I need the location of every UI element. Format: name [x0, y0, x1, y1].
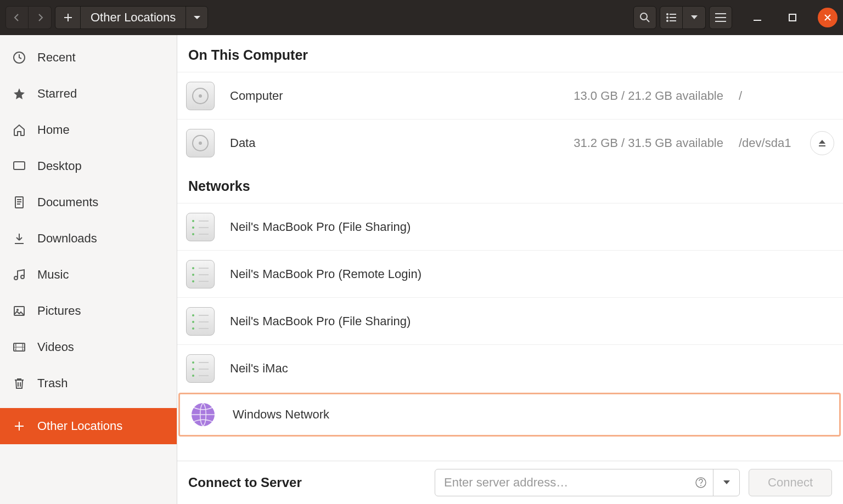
disk-row-data[interactable]: Data 31.2 GB / 31.5 GB available /dev/sd… [177, 119, 843, 166]
header-bar: Other Locations [0, 0, 843, 35]
disk-mount: /dev/sda1 [739, 136, 810, 150]
network-name: Windows Network [233, 407, 329, 422]
caret-down-icon [723, 480, 730, 485]
sidebar-item-videos[interactable]: Videos [0, 329, 177, 365]
server-icon [186, 213, 215, 241]
list-view-button[interactable] [660, 6, 683, 29]
svg-point-18 [16, 309, 19, 311]
server-icon [186, 260, 215, 288]
path-bar: Other Locations [55, 6, 208, 29]
sidebar-item-label: Trash [37, 376, 68, 390]
sidebar-item-label: Pictures [37, 304, 81, 318]
disk-name: Data [230, 136, 255, 150]
svg-rect-4 [670, 17, 676, 18]
network-row[interactable]: Neil's iMac [177, 344, 843, 392]
disk-mount: / [739, 89, 810, 103]
server-history-dropdown[interactable] [713, 469, 739, 496]
help-icon [695, 477, 707, 489]
connect-footer: Connect to Server Connect [177, 461, 843, 504]
sidebar-item-music[interactable]: Music [0, 257, 177, 293]
location-segment[interactable]: Other Locations [81, 7, 186, 29]
sidebar-item-label: Starred [37, 87, 77, 101]
eject-button[interactable] [810, 131, 834, 155]
sidebar-item-desktop[interactable]: Desktop [0, 148, 177, 184]
forward-button[interactable] [29, 6, 52, 29]
close-icon [824, 14, 831, 21]
sidebar-item-starred[interactable]: Starred [0, 76, 177, 112]
new-tab-button[interactable] [55, 7, 81, 29]
help-button[interactable] [689, 469, 713, 496]
minimize-button[interactable] [748, 8, 767, 27]
plus-icon [12, 421, 26, 432]
network-name: Neil's MacBook Pro (File Sharing) [230, 220, 411, 234]
pictures-icon [12, 304, 26, 318]
home-icon [12, 123, 26, 137]
disk-name: Computer [230, 89, 283, 103]
music-icon [12, 268, 26, 281]
svg-point-15 [14, 276, 18, 280]
sidebar-item-label: Videos [37, 340, 74, 354]
hamburger-icon [715, 13, 726, 22]
sidebar-item-label: Desktop [37, 159, 82, 173]
caret-down-icon [690, 15, 698, 20]
sidebar-item-documents[interactable]: Documents [0, 184, 177, 220]
svg-point-5 [666, 20, 668, 22]
network-row[interactable]: Neil's MacBook Pro (File Sharing) [177, 203, 843, 250]
server-address-input[interactable] [435, 475, 689, 490]
star-icon [12, 87, 26, 100]
disk-row-computer[interactable]: Computer 13.0 GB / 21.2 GB available / [177, 72, 843, 119]
location-dropdown[interactable] [186, 7, 207, 29]
svg-rect-11 [789, 14, 796, 21]
svg-rect-2 [670, 14, 676, 15]
disk-icon [186, 82, 215, 110]
location-label: Other Locations [91, 10, 176, 25]
svg-rect-7 [715, 13, 726, 14]
sidebar-item-label: Recent [37, 50, 76, 65]
sidebar: Recent Starred Home Desktop Documents Do… [0, 35, 177, 504]
maximize-button[interactable] [783, 8, 802, 27]
sidebar-item-downloads[interactable]: Downloads [0, 220, 177, 257]
section-networks: Networks [177, 166, 843, 203]
close-button[interactable] [818, 8, 838, 27]
sidebar-item-label: Music [37, 268, 69, 282]
clock-icon [12, 51, 26, 64]
content-area: On This Computer Computer 13.0 GB / 21.2… [177, 35, 843, 504]
svg-rect-8 [715, 17, 726, 18]
svg-rect-9 [715, 21, 726, 22]
caret-down-icon [193, 15, 201, 20]
chevron-left-icon [13, 13, 21, 22]
sidebar-item-recent[interactable]: Recent [0, 39, 177, 76]
eject-icon [818, 139, 827, 148]
nav-group [5, 6, 52, 29]
view-options-button[interactable] [683, 6, 706, 29]
network-name: Neil's iMac [230, 361, 288, 376]
svg-rect-13 [14, 162, 25, 169]
svg-point-21 [199, 94, 202, 98]
server-address-wrap [435, 469, 740, 496]
sidebar-item-pictures[interactable]: Pictures [0, 293, 177, 329]
disk-meta: 13.0 GB / 21.2 GB available [574, 89, 723, 103]
sidebar-item-label: Documents [37, 195, 98, 209]
plus-icon [63, 13, 73, 22]
server-icon [186, 354, 215, 383]
chevron-right-icon [36, 13, 44, 22]
svg-rect-24 [819, 145, 825, 146]
network-row[interactable]: Neil's MacBook Pro (Remote Login) [177, 250, 843, 297]
back-button[interactable] [5, 6, 29, 29]
sidebar-item-trash[interactable]: Trash [0, 365, 177, 401]
hamburger-menu-button[interactable] [709, 6, 732, 29]
svg-point-0 [640, 13, 647, 20]
list-icon [666, 13, 677, 22]
search-button[interactable] [633, 6, 656, 29]
network-row-windows[interactable]: Windows Network [178, 393, 841, 437]
svg-point-16 [21, 275, 24, 279]
network-globe-icon [189, 400, 217, 429]
disk-icon [186, 129, 215, 157]
section-on-this-computer: On This Computer [177, 35, 843, 72]
sidebar-item-other-locations[interactable]: Other Locations [0, 408, 177, 444]
network-name: Neil's MacBook Pro (File Sharing) [230, 314, 411, 329]
maximize-icon [789, 14, 796, 21]
sidebar-item-home[interactable]: Home [0, 112, 177, 148]
network-row[interactable]: Neil's MacBook Pro (File Sharing) [177, 297, 843, 344]
connect-button[interactable]: Connect [749, 469, 832, 496]
